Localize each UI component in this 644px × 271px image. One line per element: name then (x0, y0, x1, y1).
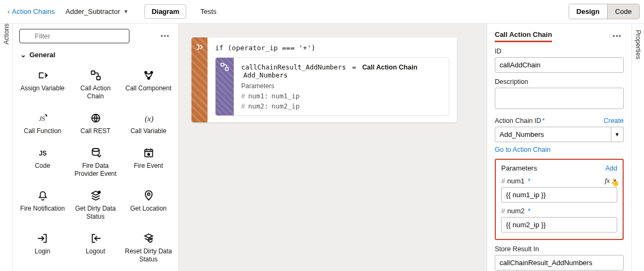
svg-point-15 (147, 193, 150, 196)
action-label: Fire Notification (20, 205, 65, 213)
action-logout[interactable]: Logout (69, 228, 122, 268)
if-condition-text: if (operator_ip === '+') (215, 44, 449, 52)
param1-label: #num1* (501, 177, 531, 185)
action-assign-variable[interactable]: Assign Variable (16, 65, 69, 105)
svg-text:JS: JS (39, 150, 47, 157)
svg-rect-17 (226, 68, 228, 71)
back-action-chains-link[interactable]: ‹ Action Chains (4, 5, 58, 18)
add-parameter-link[interactable]: Add (605, 165, 617, 172)
design-toggle[interactable]: Design (569, 4, 607, 19)
diagram-canvas[interactable]: if (operator_ip === '+') callChainResult… (179, 24, 487, 271)
chain-name: Adder_Subtractor (66, 7, 120, 16)
actions-tab-label: Actions (3, 24, 10, 51)
properties-tab-label: Properties (634, 24, 642, 59)
action-call-function[interactable]: JSCall Function (16, 108, 69, 140)
id-input[interactable] (495, 57, 624, 73)
param-line: #num1: num1_ip (241, 92, 441, 100)
hash-icon: # (241, 92, 245, 100)
chain-id-dropdown-button[interactable]: ▼ (611, 127, 624, 142)
goto-chain-link[interactable]: Go to Action Chain (495, 146, 550, 153)
general-group-header[interactable]: ⌄ General (13, 47, 178, 63)
tests-tab[interactable]: Tests (196, 5, 220, 18)
store-result-label: Store Result In (495, 245, 624, 253)
svg-point-13 (148, 153, 150, 156)
action-get-location[interactable]: Get Location (122, 185, 175, 225)
action-login[interactable]: Login (16, 228, 69, 268)
chain-icon (220, 62, 229, 73)
diagram-tab-button[interactable]: Diagram (144, 4, 186, 19)
param2-label: #num2* (501, 207, 531, 215)
param1-fx[interactable]: fx▼ (605, 176, 617, 185)
properties-side-tab[interactable]: Properties (631, 24, 644, 271)
action-label: Assign Variable (20, 84, 65, 92)
top-bar: ‹ Action Chains Adder_Subtractor ▼ Diagr… (0, 0, 644, 24)
hash-icon: # (501, 207, 505, 215)
chain-id-input[interactable] (495, 127, 611, 142)
group-label: General (29, 51, 55, 59)
action-get-dirty-data-status[interactable]: Get Dirty Data Status (69, 185, 122, 225)
parameters-section: Parameters Add 👆 #num1* fx▼ #num2* (495, 159, 624, 240)
param-line: #num2: num2_ip (241, 102, 441, 110)
action-label: Reset Dirty Data Status (124, 247, 173, 264)
svg-point-14 (97, 191, 101, 194)
action-label: Fire Data Provider Event (71, 162, 120, 178)
if-node-strip (191, 37, 208, 122)
svg-text:(x): (x) (144, 114, 153, 123)
action-label: Code (35, 162, 50, 170)
chevron-down-icon: ⌄ (20, 51, 26, 59)
properties-panel: Call Action Chain ••• ID Description Act… (487, 24, 631, 271)
code-toggle[interactable]: Code (607, 4, 639, 19)
action-label: Get Location (130, 205, 166, 213)
caret-down-icon: ▼ (123, 9, 128, 14)
svg-rect-16 (221, 63, 224, 66)
action-fire-data-provider-event[interactable]: Fire Data Provider Event (69, 143, 122, 182)
action-label: Login (35, 247, 50, 255)
action-call-component[interactable]: Call Component (122, 65, 175, 105)
if-node[interactable]: if (operator_ip === '+') callChainResult… (191, 37, 457, 122)
chain-selector[interactable]: Adder_Subtractor ▼ (60, 5, 134, 18)
description-input[interactable] (495, 88, 624, 109)
hash-icon: # (241, 103, 245, 110)
call-chain-title: callChainResult_AddNumbers = Call Action… (241, 63, 441, 79)
param2-input[interactable] (501, 217, 617, 233)
parameters-label: Parameters (501, 164, 537, 172)
actions-menu-icon[interactable]: ••• (158, 30, 172, 42)
design-code-toggle: Design Code (569, 4, 640, 19)
action-label: Get Dirty Data Status (71, 205, 120, 221)
action-label: Call Component (125, 84, 171, 92)
properties-title: Call Action Chain (495, 30, 552, 42)
svg-rect-2 (91, 71, 94, 74)
param1-input[interactable] (501, 187, 617, 203)
svg-rect-3 (96, 76, 99, 80)
actions-side-tab[interactable]: Actions (0, 24, 13, 271)
action-label: Logout (86, 247, 105, 255)
branch-icon (195, 43, 204, 53)
action-label: Call Action Chain (71, 84, 120, 100)
properties-menu-icon[interactable]: ••• (610, 30, 624, 42)
action-call-rest[interactable]: Call REST (69, 108, 122, 140)
action-fire-notification[interactable]: Fire Notification (16, 185, 69, 225)
call-chain-node[interactable]: callChainResult_AddNumbers = Call Action… (215, 57, 449, 116)
back-label: Action Chains (12, 7, 55, 16)
action-reset-dirty-data-status[interactable]: Reset Dirty Data Status (122, 228, 175, 268)
action-code[interactable]: JSCode (16, 143, 69, 182)
filter-input[interactable] (19, 29, 129, 43)
action-label: Call Variable (131, 127, 166, 135)
create-chain-link[interactable]: Create (603, 117, 624, 125)
action-label: Fire Event (134, 162, 163, 170)
params-heading: Parameters (241, 82, 441, 90)
id-label: ID (495, 48, 624, 55)
store-result-input[interactable] (495, 255, 624, 270)
chain-id-label: Action Chain ID* (495, 117, 545, 125)
caret-down-icon: ▼ (612, 178, 617, 184)
action-call-action-chain[interactable]: Call Action Chain (69, 65, 122, 105)
action-label: Call Function (24, 127, 61, 135)
action-call-variable[interactable]: (x)Call Variable (122, 108, 175, 140)
action-fire-event[interactable]: Fire Event (122, 143, 175, 182)
action-label: Call REST (80, 127, 110, 135)
caret-down-icon: ▼ (615, 131, 620, 137)
call-chain-strip (216, 58, 234, 115)
svg-point-11 (92, 149, 99, 152)
chevron-left-icon: ‹ (7, 7, 10, 16)
actions-panel: ••• ⌄ General Assign VariableCall Action… (13, 24, 179, 271)
